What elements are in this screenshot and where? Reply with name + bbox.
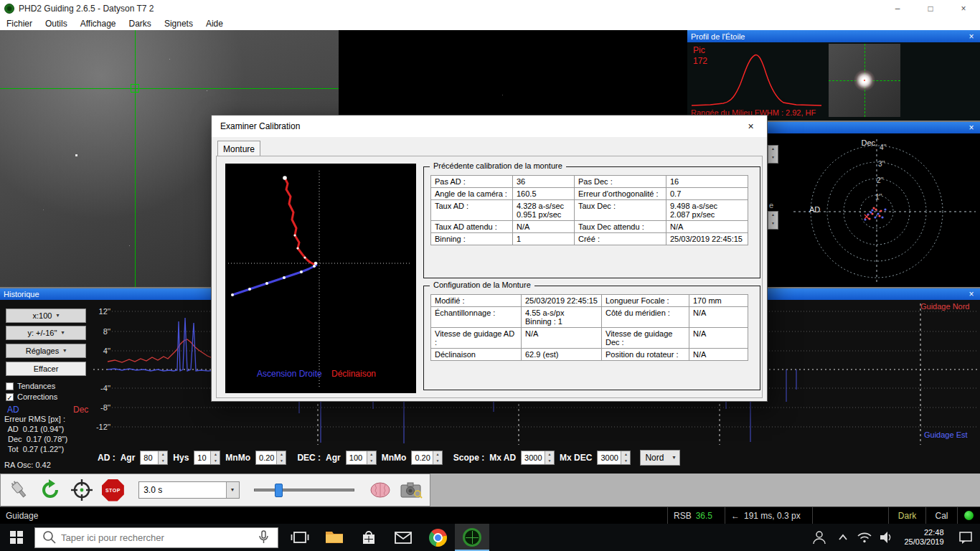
minimize-button[interactable]: – [881, 0, 914, 17]
toolbar-strip: STOP 3.0 s ▾ [0, 474, 430, 507]
spinner[interactable]: ▲▼ [545, 451, 554, 464]
max-ra-duration-input[interactable]: 3000 ▲▼ [521, 451, 555, 465]
table-row: Taux AD attendu : N/A Taux Dec attendu :… [431, 221, 748, 233]
exposure-value: 3.0 s [139, 485, 225, 495]
timing-value: 191 ms, 0.3 px [744, 511, 801, 521]
menu-fichier[interactable]: Fichier [0, 19, 39, 29]
store-bag-icon [360, 529, 377, 546]
stop-button[interactable]: STOP [100, 476, 126, 504]
corrections-checkbox-row[interactable]: ✓ Corrections [6, 392, 57, 401]
hysteresis-input[interactable]: 10 ▲▼ [194, 451, 220, 465]
spinner[interactable]: ▲▼ [621, 451, 630, 464]
status-state-label: Guidage [6, 511, 38, 521]
stop-sign-icon: STOP [102, 479, 124, 501]
ad-aggression-input[interactable]: 80 ▲▼ [140, 451, 168, 465]
cell: Vitesse de guidage AD : [431, 328, 522, 349]
menu-bar: Fichier Outils Affichage Darks Signets A… [0, 17, 980, 30]
spinner[interactable]: ▲ ▼ [768, 146, 778, 163]
settings-button[interactable]: Réglages ▾ [6, 344, 86, 358]
maximize-button[interactable]: □ [914, 0, 947, 17]
action-center-button[interactable] [951, 524, 980, 551]
cell: Pas Dec : [575, 176, 666, 188]
cell: 16 [666, 176, 748, 188]
cell: 1 [513, 233, 575, 245]
slider-thumb[interactable] [275, 484, 283, 497]
clock[interactable]: 22:48 25/03/2019 [897, 524, 951, 551]
search-input[interactable] [61, 532, 255, 543]
spinner[interactable]: ▲▼ [433, 451, 442, 464]
trend-checkbox-row[interactable]: Tendances [6, 382, 55, 390]
connect-equipment-button[interactable] [6, 476, 32, 504]
dec-guide-mode-dropdown[interactable]: Nord ▾ [640, 450, 680, 466]
cell: Taux AD attendu : [431, 221, 513, 233]
file-explorer-button[interactable] [317, 524, 352, 551]
phd2-taskbar-button[interactable] [455, 524, 489, 551]
start-button[interactable] [0, 524, 33, 551]
chrome-button[interactable] [420, 524, 455, 551]
phd2-icon [463, 528, 481, 547]
dialog-close-button[interactable]: × [735, 116, 767, 137]
cell: Déclinaison [431, 349, 522, 361]
tab-monture[interactable]: Monture [217, 141, 260, 156]
x-scale-button[interactable]: x:100 ▾ [6, 309, 86, 323]
table-row: Pas AD : 36 Pas Dec : 16 [431, 176, 748, 188]
microphone-icon[interactable] [255, 529, 272, 546]
target-ad-label: AD [809, 205, 820, 214]
advanced-settings-button[interactable] [367, 476, 393, 504]
max-dec-duration-input[interactable]: 3000 ▲▼ [597, 451, 631, 465]
tray-expand-button[interactable] [832, 524, 854, 551]
menu-outils[interactable]: Outils [39, 19, 74, 29]
taskbar-search[interactable] [34, 527, 278, 548]
window-title: PHD2 Guiding 2.6.5 - Datyson T7 2 [19, 4, 154, 14]
loop-exposures-button[interactable] [38, 476, 64, 504]
check-icon: ✓ [6, 394, 12, 402]
spinner[interactable]: ▲▼ [210, 451, 220, 464]
spinner[interactable]: ▲ ▼ [768, 212, 778, 229]
menu-affichage[interactable]: Affichage [74, 19, 123, 29]
close-icon[interactable]: × [966, 123, 976, 133]
table-row: Angle de la caméra : 160.5 Erreur d'orth… [431, 188, 748, 200]
people-button[interactable] [806, 524, 832, 551]
ad-minmove-input[interactable]: 0.20 ▲▼ [255, 451, 286, 465]
menu-aide[interactable]: Aide [199, 19, 230, 29]
menu-signets[interactable]: Signets [158, 19, 199, 29]
corrections-checkbox[interactable]: ✓ [6, 393, 14, 401]
close-icon[interactable]: × [966, 289, 976, 299]
menu-darks[interactable]: Darks [123, 19, 158, 29]
mail-button[interactable] [386, 524, 420, 551]
table-row: Déclinaison 62.9 (est) Position du rotat… [431, 349, 748, 361]
star-profile-caption[interactable]: Profil de l'Étoile × [687, 30, 980, 42]
exposure-dropdown-button[interactable]: ▾ [226, 482, 239, 498]
ad-legend: AD [7, 405, 19, 415]
gamma-slider[interactable] [254, 489, 354, 491]
target-zoom-spinner-bottom[interactable]: ▲ ▼ [768, 211, 778, 230]
close-icon[interactable]: × [966, 32, 976, 42]
y-tick-8: 8'' [90, 327, 110, 336]
network-tray-button[interactable] [854, 524, 875, 551]
camera-settings-button[interactable] [398, 476, 424, 504]
crosshair-vertical-line [135, 30, 136, 287]
dec-aggression-input[interactable]: 100 ▲▼ [346, 451, 377, 465]
dropdown-arrow-icon: ▾ [56, 313, 59, 319]
target-zoom-spinner-top[interactable]: ▲ ▼ [768, 145, 778, 164]
store-button[interactable] [352, 524, 386, 551]
ring-label-2: 2'' [877, 176, 883, 184]
dialog-titlebar[interactable]: Examiner Calibration × [212, 116, 767, 137]
cell: Taux Dec attendu : [575, 221, 666, 233]
trend-checkbox[interactable] [6, 382, 14, 390]
dec-minmove-input[interactable]: 0.20 ▲▼ [411, 451, 442, 465]
spinner[interactable]: ▲▼ [367, 451, 376, 464]
clear-button[interactable]: Effacer [6, 362, 86, 376]
close-button[interactable]: × [947, 0, 980, 17]
spinner[interactable]: ▲▼ [158, 451, 167, 464]
task-view-button[interactable] [283, 524, 317, 551]
y-scale-button[interactable]: y: +/-16'' ▾ [6, 326, 86, 340]
exposure-dropdown[interactable]: 3.0 s ▾ [138, 481, 239, 499]
volume-tray-button[interactable] [875, 524, 897, 551]
guide-button[interactable] [69, 476, 95, 504]
ad-section-label: AD : [98, 453, 116, 463]
spinner-down-icon: ▼ [277, 458, 286, 464]
spinner-up-icon: ▲ [367, 451, 376, 458]
windows-logo-icon [10, 531, 23, 544]
spinner[interactable]: ▲▼ [276, 451, 286, 464]
